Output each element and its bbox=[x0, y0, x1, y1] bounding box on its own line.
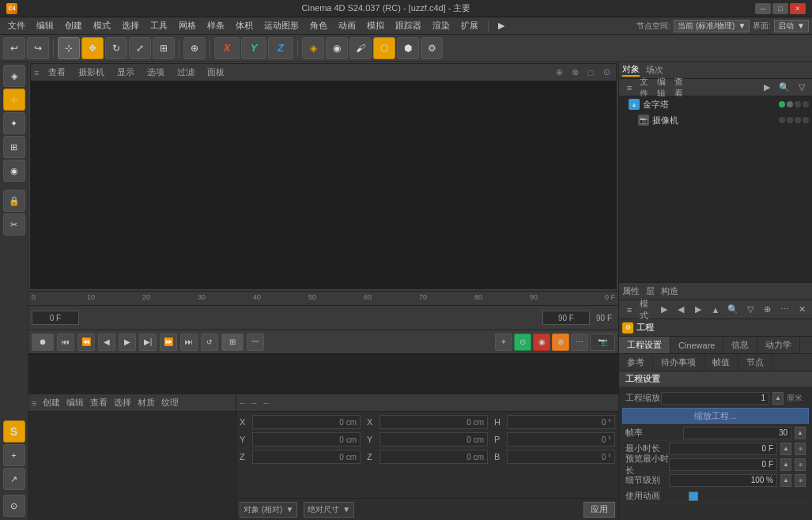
vp-tab-panel[interactable]: 面板 bbox=[204, 65, 228, 80]
close-button[interactable]: ✕ bbox=[790, 3, 806, 14]
left-tool-1[interactable]: ◈ bbox=[3, 65, 25, 87]
prop-stepper-scale-up[interactable]: ▲ bbox=[772, 392, 784, 405]
rot-x-input[interactable] bbox=[380, 415, 488, 429]
prop-tab-construct[interactable]: 构造 bbox=[661, 285, 678, 297]
prop-stepper-mintime[interactable]: ▲ bbox=[780, 443, 791, 455]
h-input[interactable] bbox=[507, 415, 615, 429]
prop-subtab-project[interactable]: 工程设置 bbox=[619, 337, 670, 353]
move-mode-button[interactable]: ✥ bbox=[81, 37, 104, 59]
add-keyframe-btn[interactable]: + bbox=[495, 333, 512, 351]
prop-mode-arrow[interactable]: ▶ bbox=[657, 303, 671, 317]
prop-tab-attributes[interactable]: 属性 bbox=[622, 285, 640, 297]
prop-up[interactable]: ▲ bbox=[708, 303, 723, 317]
menu-tracker[interactable]: 跟踪器 bbox=[391, 18, 426, 33]
obj-tab-objects[interactable]: 对象 bbox=[622, 63, 640, 77]
material-button[interactable]: ◉ bbox=[326, 37, 348, 59]
transport-step-fwd[interactable]: ▶| bbox=[139, 333, 157, 351]
axis-y-button[interactable]: Y bbox=[241, 37, 266, 59]
prop-subtab2-frames[interactable]: 帧值 bbox=[704, 354, 738, 371]
mat-menu-icon[interactable]: ≡ bbox=[32, 398, 36, 408]
axis-z-button[interactable]: Z bbox=[268, 37, 293, 59]
left-tool-6[interactable]: 🔒 bbox=[3, 190, 25, 212]
transport-record-auto[interactable]: ⏺ bbox=[32, 333, 54, 351]
prop-stepper-lod[interactable]: ▲ bbox=[780, 474, 791, 487]
transport-step-back[interactable]: ◀ bbox=[98, 333, 115, 351]
cube-button[interactable]: ⬡ bbox=[373, 37, 395, 59]
prop-subtab2-todo[interactable]: 待办事项 bbox=[653, 354, 704, 371]
prop-tab-layer[interactable]: 层 bbox=[646, 285, 655, 297]
interface-dropdown[interactable]: 启动 ▼ bbox=[774, 20, 809, 32]
menu-animate[interactable]: 动画 bbox=[334, 18, 361, 33]
prop-options[interactable]: ⊕ bbox=[761, 303, 775, 317]
vp-tab-view[interactable]: 查看 bbox=[45, 65, 69, 80]
menu-volume[interactable]: 体积 bbox=[231, 18, 258, 33]
transport-wave[interactable]: 〰 bbox=[247, 333, 264, 351]
prop-subtab-info[interactable]: 信息 bbox=[723, 337, 757, 353]
rotate-mode-button[interactable]: ↻ bbox=[105, 37, 127, 59]
transport-next-frame[interactable]: ⏩ bbox=[160, 333, 177, 351]
axis-x-button[interactable]: X bbox=[214, 37, 240, 59]
rot-z-input[interactable] bbox=[380, 450, 488, 464]
menu-extend[interactable]: 扩展 bbox=[456, 18, 483, 33]
mat-tab-create[interactable]: 创建 bbox=[43, 397, 60, 409]
vp-icon-2[interactable]: ⊗ bbox=[568, 66, 581, 79]
timeline-track[interactable] bbox=[28, 354, 618, 394]
menu-character[interactable]: 角色 bbox=[305, 18, 332, 33]
record-pos-btn[interactable]: ⊙ bbox=[514, 333, 531, 351]
transport-play[interactable]: ▶ bbox=[119, 333, 136, 351]
transport-next-key[interactable]: ⏭ bbox=[180, 333, 198, 351]
maximize-button[interactable]: □ bbox=[772, 3, 788, 14]
prop-input-fps[interactable] bbox=[683, 427, 791, 439]
settings-button[interactable]: ⚙ bbox=[421, 37, 443, 59]
prop-forward[interactable]: ▶ bbox=[691, 303, 705, 317]
prop-close[interactable]: ✕ bbox=[795, 303, 809, 317]
mat-tab-select[interactable]: 选择 bbox=[114, 397, 131, 409]
menu-mograph[interactable]: 运动图形 bbox=[259, 18, 304, 33]
left-tool-5[interactable]: ◉ bbox=[3, 160, 25, 182]
vp-menu-icon[interactable]: ≡ bbox=[34, 68, 39, 77]
node-space-dropdown[interactable]: 当前 (标准/物理) ▼ bbox=[674, 20, 750, 32]
prop-menu[interactable]: ≡ bbox=[622, 303, 636, 317]
vp-icon-1[interactable]: ⊕ bbox=[553, 66, 565, 79]
end-frame-display[interactable]: 90 F bbox=[542, 311, 590, 325]
start-frame-input[interactable]: 0 F bbox=[32, 311, 79, 325]
vp-tab-filter[interactable]: 过滤 bbox=[174, 65, 198, 80]
redo-button[interactable]: ↪ bbox=[27, 37, 49, 59]
record-all-btn[interactable]: ⋯ bbox=[571, 333, 588, 351]
shape-button[interactable]: ⬢ bbox=[397, 37, 419, 59]
menu-spline[interactable]: 样条 bbox=[202, 18, 229, 33]
obj-tool-file[interactable]: 文件 bbox=[640, 81, 654, 95]
vp-tab-options[interactable]: 选项 bbox=[144, 65, 168, 80]
obj-tab-scenes[interactable]: 场次 bbox=[646, 64, 663, 76]
scale-mode-button[interactable]: ⤢ bbox=[129, 37, 151, 59]
prop-input-mintime[interactable] bbox=[669, 443, 777, 455]
menu-select[interactable]: 选择 bbox=[117, 18, 144, 33]
prop-more[interactable]: ⋯ bbox=[777, 303, 791, 317]
menu-edit[interactable]: 编辑 bbox=[32, 18, 59, 33]
mat-tab-edit[interactable]: 编辑 bbox=[66, 397, 84, 409]
b-input[interactable] bbox=[507, 450, 615, 464]
prop-input-scale[interactable] bbox=[661, 392, 769, 405]
prop-back[interactable]: ◀ bbox=[674, 303, 688, 317]
transport-loop[interactable]: ↺ bbox=[201, 333, 218, 351]
vp-tab-camera[interactable]: 摄影机 bbox=[75, 65, 108, 80]
texture-button[interactable]: 🖌 bbox=[349, 37, 372, 59]
left-tool-more[interactable]: ↗ bbox=[3, 468, 25, 490]
select-mode-button[interactable]: ⊹ bbox=[58, 37, 80, 59]
record-rot-btn[interactable]: ◉ bbox=[533, 333, 550, 351]
obj-tool-search[interactable]: 🔍 bbox=[777, 81, 791, 95]
transform-button[interactable]: ⊞ bbox=[153, 37, 175, 59]
snap-button[interactable]: ⊕ bbox=[183, 37, 206, 59]
pos-z-input[interactable] bbox=[252, 450, 361, 464]
rot-y-input[interactable] bbox=[380, 432, 488, 447]
menu-mode[interactable]: 模式 bbox=[89, 18, 115, 33]
prop-search[interactable]: 🔍 bbox=[726, 303, 740, 317]
obj-tool-filter[interactable]: ▽ bbox=[795, 81, 809, 95]
prop-stepper-fps[interactable]: ▲ bbox=[795, 427, 806, 439]
menu-more[interactable]: ▶ bbox=[493, 19, 509, 32]
obj-item-pyramid[interactable]: ▲ 金字塔 bbox=[619, 96, 812, 112]
obj-tool-view[interactable]: 查看 bbox=[674, 81, 689, 95]
prop-stepper-lod2[interactable]: ⊕ bbox=[795, 474, 806, 487]
obj-item-camera[interactable]: 📷 摄像机 bbox=[619, 112, 812, 128]
coord-unit-dropdown[interactable]: 绝对尺寸 ▼ bbox=[304, 502, 354, 518]
